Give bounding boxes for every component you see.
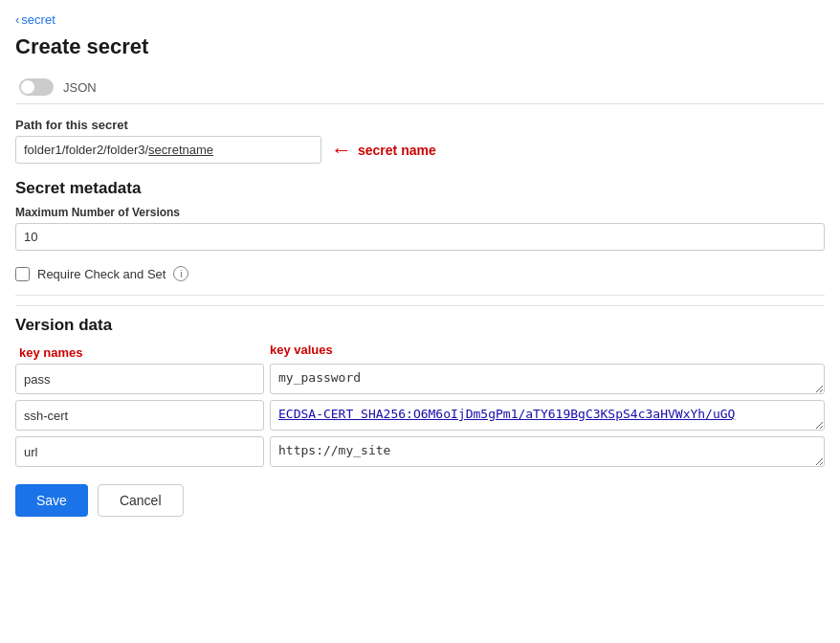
- section-divider: [15, 295, 825, 296]
- path-secret-name: secretname: [148, 143, 213, 157]
- page-title: Create secret: [15, 34, 825, 59]
- version-data-title: Version data: [15, 316, 112, 335]
- kv-rows-container: [15, 364, 825, 467]
- json-toggle-label: JSON: [63, 80, 97, 95]
- path-field-group: Path for this secret folder1/folder2/fol…: [15, 118, 825, 164]
- back-link-label: secret: [21, 12, 55, 27]
- kv-value-input[interactable]: [270, 364, 825, 394]
- back-chevron-icon: ‹: [15, 12, 19, 27]
- max-versions-input[interactable]: [15, 223, 825, 251]
- max-versions-label: Maximum Number of Versions: [15, 206, 825, 219]
- kv-key-input[interactable]: [15, 400, 264, 431]
- version-data-header: Version data: [15, 305, 825, 335]
- require-cas-row: Require Check and Set i: [15, 266, 825, 281]
- info-icon[interactable]: i: [173, 266, 188, 281]
- kv-key-input[interactable]: [15, 364, 264, 394]
- save-button[interactable]: Save: [15, 484, 88, 517]
- kv-value-input[interactable]: [270, 436, 825, 467]
- key-names-annotation: key names: [19, 345, 264, 360]
- require-cas-label[interactable]: Require Check and Set: [37, 267, 166, 281]
- path-input[interactable]: folder1/folder2/folder3/secretname: [15, 136, 321, 164]
- cancel-button[interactable]: Cancel: [98, 484, 184, 517]
- path-annotation: ← secret name: [331, 138, 436, 163]
- max-versions-group: Maximum Number of Versions: [15, 206, 825, 251]
- kv-row: [15, 364, 825, 394]
- kv-key-input[interactable]: [15, 436, 264, 467]
- path-row: folder1/folder2/folder3/secretname ← sec…: [15, 136, 825, 164]
- button-row: Save Cancel: [15, 484, 825, 517]
- secret-metadata-heading: Secret metadata: [15, 179, 825, 198]
- kv-row: [15, 400, 825, 431]
- json-toggle-row: JSON: [15, 71, 825, 104]
- json-toggle[interactable]: [19, 78, 54, 96]
- toggle-knob: [21, 80, 34, 94]
- toggle-track[interactable]: [19, 78, 54, 96]
- require-cas-checkbox[interactable]: [15, 267, 30, 281]
- kv-row: [15, 436, 825, 467]
- version-annotations: key names key values: [15, 343, 825, 360]
- path-annotation-text: secret name: [358, 143, 436, 158]
- kv-value-input[interactable]: [270, 400, 825, 431]
- back-link[interactable]: ‹ secret: [15, 12, 55, 27]
- key-values-annotation: key values: [270, 343, 825, 360]
- arrow-icon: ←: [331, 138, 352, 163]
- path-field-label: Path for this secret: [15, 118, 825, 132]
- path-prefix: folder1/folder2/folder3/: [24, 143, 148, 157]
